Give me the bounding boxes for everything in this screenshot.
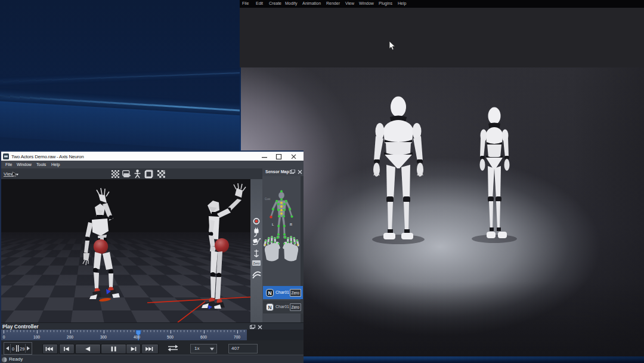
svg-text:0: 0 xyxy=(12,346,14,352)
svg-text:R: R xyxy=(290,223,292,226)
svg-text:Zero: Zero xyxy=(253,262,259,265)
svg-text:29: 29 xyxy=(20,346,24,352)
svg-text:Cust: Cust xyxy=(265,198,271,201)
svg-text:L: L xyxy=(272,223,274,226)
svg-text:N: N xyxy=(268,304,271,310)
svg-text:N: N xyxy=(268,290,271,296)
